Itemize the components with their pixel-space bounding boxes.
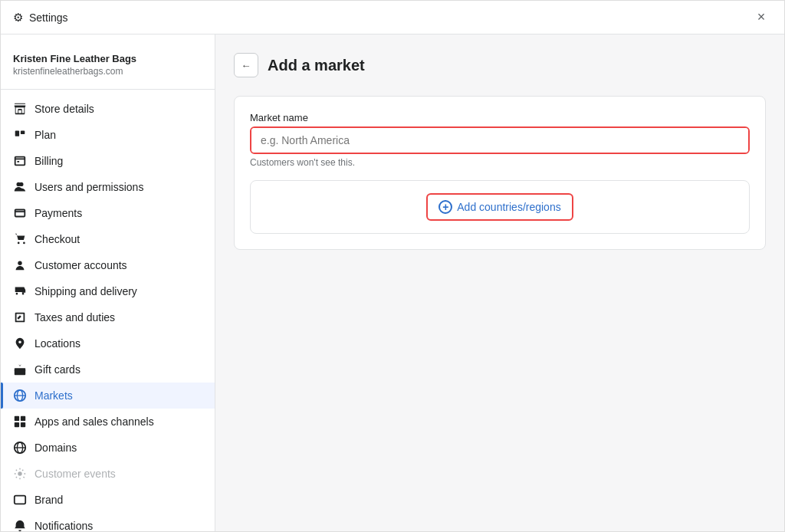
- sidebar-label-apps-sales-channels: Apps and sales channels: [34, 415, 154, 428]
- main-content: ← Add a market Market name Customers won…: [215, 34, 784, 531]
- sidebar-label-notifications: Notifications: [34, 520, 93, 531]
- customer-events-icon: [13, 467, 27, 481]
- domains-icon: [13, 441, 27, 455]
- sidebar-label-checkout: Checkout: [34, 233, 80, 245]
- svg-rect-11: [21, 422, 25, 427]
- countries-section: + Add countries/regions: [250, 180, 750, 234]
- store-name: Kristen Fine Leather Bags: [13, 53, 202, 64]
- sidebar-label-store-details: Store details: [34, 103, 94, 115]
- checkout-icon: [13, 232, 27, 246]
- store-info: Kristen Fine Leather Bags kristenfinelea…: [1, 47, 215, 90]
- sidebar-item-domains[interactable]: Domains: [1, 435, 215, 461]
- sidebar-item-shipping-delivery[interactable]: Shipping and delivery: [1, 278, 215, 304]
- sidebar-item-customer-events: Customer events: [1, 461, 215, 487]
- market-name-input-wrapper: [250, 126, 750, 154]
- sidebar-item-brand[interactable]: Brand: [1, 487, 215, 513]
- shipping-icon: [13, 284, 27, 298]
- sidebar-item-plan[interactable]: Plan: [1, 122, 215, 148]
- page-title: Add a market: [268, 57, 365, 74]
- plan-icon: [13, 128, 27, 142]
- sidebar-label-markets: Markets: [34, 389, 73, 402]
- svg-rect-0: [15, 131, 19, 136]
- gear-icon: ⚙: [13, 11, 23, 25]
- market-name-input[interactable]: [251, 128, 748, 153]
- sidebar-label-locations: Locations: [34, 337, 80, 350]
- content-area: Kristen Fine Leather Bags kristenfinelea…: [1, 34, 784, 531]
- markets-icon: [13, 389, 27, 402]
- back-button[interactable]: ←: [234, 53, 258, 77]
- sidebar-label-domains: Domains: [34, 442, 77, 454]
- svg-rect-10: [15, 422, 19, 427]
- market-name-field: Market name Customers won't see this.: [250, 112, 750, 168]
- gift-cards-icon: [13, 363, 27, 376]
- sidebar-item-markets[interactable]: Markets: [1, 383, 215, 409]
- svg-rect-8: [15, 416, 19, 421]
- sidebar-label-plan: Plan: [34, 129, 56, 141]
- svg-rect-9: [21, 416, 25, 421]
- payments-icon: [13, 206, 27, 220]
- store-details-icon: [13, 102, 27, 116]
- titlebar: ⚙ Settings ×: [1, 1, 784, 34]
- page-header: ← Add a market: [234, 53, 766, 77]
- sidebar-item-locations[interactable]: Locations: [1, 330, 215, 356]
- sidebar-label-brand: Brand: [34, 494, 63, 506]
- sidebar-label-shipping-delivery: Shipping and delivery: [34, 285, 137, 297]
- sidebar-label-users-permissions: Users and permissions: [34, 181, 143, 193]
- svg-rect-16: [15, 496, 25, 504]
- sidebar: Kristen Fine Leather Bags kristenfinelea…: [1, 34, 215, 531]
- sidebar-item-gift-cards[interactable]: Gift cards: [1, 356, 215, 383]
- sidebar-item-notifications[interactable]: Notifications: [1, 513, 215, 531]
- sidebar-item-customer-accounts[interactable]: Customer accounts: [1, 252, 215, 278]
- titlebar-left: ⚙ Settings: [13, 11, 68, 25]
- locations-icon: [13, 337, 27, 350]
- brand-icon: [13, 493, 27, 507]
- sidebar-item-apps-sales-channels[interactable]: Apps and sales channels: [1, 409, 215, 435]
- svg-rect-1: [21, 131, 25, 135]
- svg-point-3: [18, 261, 21, 265]
- customer-accounts-icon: [13, 258, 27, 272]
- market-name-label: Market name: [250, 112, 750, 123]
- add-countries-button[interactable]: + Add countries/regions: [426, 193, 573, 221]
- apps-icon: [13, 415, 27, 429]
- store-email: kristenfineleatherbags.com: [13, 66, 202, 77]
- sidebar-label-gift-cards: Gift cards: [34, 363, 80, 376]
- svg-point-15: [18, 471, 21, 475]
- taxes-icon: [13, 310, 27, 324]
- sidebar-label-customer-accounts: Customer accounts: [34, 259, 127, 271]
- sidebar-item-store-details[interactable]: Store details: [1, 96, 215, 122]
- users-icon: [13, 180, 27, 194]
- market-name-hint: Customers won't see this.: [250, 157, 750, 168]
- billing-icon: [13, 154, 27, 168]
- sidebar-label-payments: Payments: [34, 207, 82, 219]
- sidebar-label-customer-events: Customer events: [34, 468, 116, 480]
- sidebar-item-users-permissions[interactable]: Users and permissions: [1, 174, 215, 200]
- svg-rect-4: [15, 368, 25, 375]
- titlebar-title: Settings: [29, 11, 68, 24]
- add-countries-label: Add countries/regions: [457, 201, 560, 213]
- close-button[interactable]: ×: [751, 7, 772, 28]
- sidebar-item-taxes-duties[interactable]: Taxes and duties: [1, 304, 215, 330]
- notifications-icon: [13, 519, 27, 531]
- sidebar-label-billing: Billing: [34, 155, 63, 167]
- sidebar-label-taxes-duties: Taxes and duties: [34, 311, 115, 323]
- sidebar-item-billing[interactable]: Billing: [1, 148, 215, 174]
- settings-window: ⚙ Settings × Kristen Fine Leather Bags k…: [0, 0, 785, 532]
- add-market-card: Market name Customers won't see this. + …: [234, 96, 766, 250]
- plus-circle-icon: +: [438, 200, 452, 214]
- sidebar-item-payments[interactable]: Payments: [1, 200, 215, 226]
- sidebar-item-checkout[interactable]: Checkout: [1, 226, 215, 252]
